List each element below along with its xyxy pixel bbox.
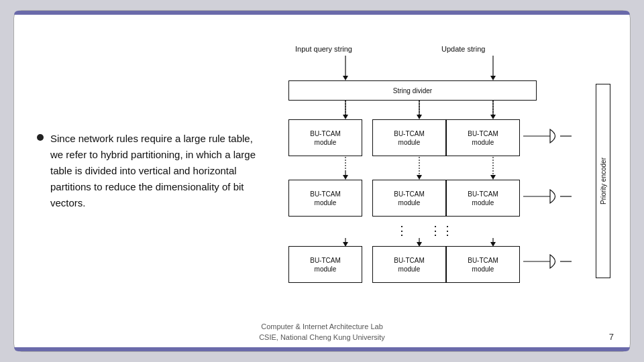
bu-tcam-r3c2: BU-TCAMmodule [372, 246, 446, 283]
dots2: ⋮⋮ [429, 223, 453, 238]
bu-tcam-r3c3: BU-TCAMmodule [446, 246, 520, 283]
dots: ⋮ [396, 223, 408, 238]
svg-marker-1 [343, 76, 348, 80]
right-panel: Input query string Update string String … [272, 28, 614, 314]
svg-marker-5 [343, 115, 348, 119]
footer-line1: Computer & Internet Architecture Lab [259, 321, 385, 333]
bu-tcam-r3c1: BU-TCAMmodule [288, 246, 362, 283]
svg-marker-7 [417, 115, 422, 119]
slide: Since network rules require a large rule… [13, 10, 631, 352]
left-panel: Since network rules require a large rule… [30, 28, 258, 314]
diagram: Input query string Update string String … [275, 44, 610, 298]
bu-tcam-r2c3: BU-TCAMmodule [446, 180, 520, 217]
bullet-dot [37, 134, 44, 141]
svg-marker-3 [490, 76, 496, 80]
svg-marker-16 [490, 175, 496, 180]
bu-tcam-r1c2: BU-TCAMmodule [372, 119, 446, 156]
string-divider-box: String divider [288, 80, 537, 101]
bullet-text: Since network rules require a large rule… [50, 131, 258, 211]
footer-line2: CSIE, National Cheng Kung University [259, 332, 385, 343]
bu-tcam-r1c1: BU-TCAMmodule [288, 119, 362, 156]
input-label: Input query string [295, 45, 352, 53]
priority-encoder: Priority encoder [596, 84, 610, 278]
svg-marker-12 [343, 175, 348, 180]
bottom-bar [14, 347, 630, 351]
slide-footer: Computer & Internet Architecture Lab CSI… [14, 320, 630, 347]
bullet-item: Since network rules require a large rule… [37, 131, 258, 211]
footer-text: Computer & Internet Architecture Lab CSI… [259, 321, 385, 343]
bu-tcam-r2c1: BU-TCAMmodule [288, 180, 362, 217]
bu-tcam-r2c2: BU-TCAMmodule [372, 180, 446, 217]
svg-marker-14 [417, 175, 422, 180]
bu-tcam-r1c3: BU-TCAMmodule [446, 119, 520, 156]
slide-content: Since network rules require a large rule… [14, 15, 630, 320]
svg-marker-9 [490, 115, 496, 119]
footer-page: 7 [609, 332, 614, 342]
update-label: Update string [441, 45, 485, 53]
